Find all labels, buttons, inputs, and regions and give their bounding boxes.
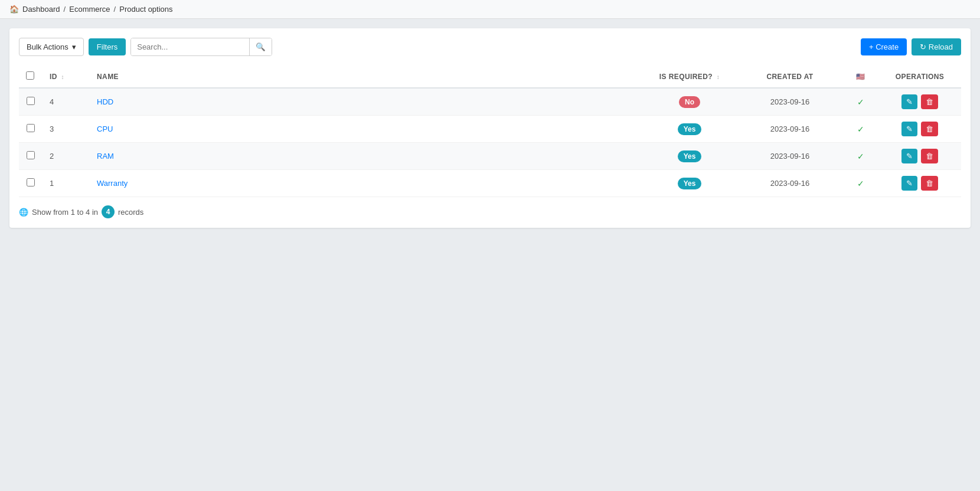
row-name-link[interactable]: HDD [97, 97, 113, 106]
row-checkbox-cell [19, 116, 43, 143]
th-id: ID ↕ [43, 66, 90, 88]
th-is-required: IS REQUIRED? ↕ [642, 66, 737, 88]
search-button[interactable]: 🔍 [249, 38, 272, 55]
row-checkbox-cell [19, 88, 43, 116]
table-row: 2 RAM Yes 2023-09-16 ✓ ✎ 🗑 [19, 143, 961, 170]
select-all-checkbox[interactable] [26, 71, 34, 80]
row-flag: ✓ [843, 143, 878, 170]
row-id: 1 [43, 170, 90, 197]
breadcrumb-ecommerce-link[interactable]: Ecommerce [69, 5, 110, 14]
flag-check-icon: ✓ [857, 179, 864, 188]
table-body: 4 HDD No 2023-09-16 ✓ ✎ 🗑 3 [19, 88, 961, 197]
breadcrumb: 🏠 Dashboard / Ecommerce / Product option… [0, 0, 980, 19]
record-count-badge: 4 [102, 205, 115, 218]
delete-button[interactable]: 🗑 [921, 149, 938, 163]
search-input[interactable] [131, 38, 249, 55]
row-is-required: Yes [642, 170, 737, 197]
row-id: 3 [43, 116, 90, 143]
required-sort-icon[interactable]: ↕ [717, 74, 720, 80]
row-created-at: 2023-09-16 [737, 143, 843, 170]
th-created-at: CREATED AT [737, 66, 843, 88]
row-name-link[interactable]: CPU [97, 125, 113, 133]
row-checkbox-cell [19, 170, 43, 197]
dropdown-arrow-icon: ▾ [72, 42, 76, 51]
required-badge: Yes [678, 123, 702, 135]
row-created-at: 2023-09-16 [737, 170, 843, 197]
edit-button[interactable]: ✎ [901, 122, 917, 136]
row-flag: ✓ [843, 116, 878, 143]
row-name-link[interactable]: Warranty [97, 179, 128, 188]
breadcrumb-sep1: / [64, 5, 66, 14]
search-icon: 🔍 [256, 42, 266, 51]
flag-check-icon: ✓ [857, 125, 864, 134]
breadcrumb-home-link[interactable]: Dashboard [22, 5, 60, 14]
main-container: Bulk Actions ▾ Filters 🔍 + Create ↻ Relo… [9, 28, 971, 228]
row-is-required: No [642, 88, 737, 116]
bulk-actions-button[interactable]: Bulk Actions ▾ [19, 38, 84, 56]
row-operations: ✎ 🗑 [878, 170, 961, 197]
filters-button[interactable]: Filters [89, 38, 126, 55]
row-is-required: Yes [642, 116, 737, 143]
product-options-table: ID ↕ NAME IS REQUIRED? ↕ CREATED AT 🇺🇸 [19, 66, 961, 197]
row-created-at: 2023-09-16 [737, 116, 843, 143]
th-operations: OPERATIONS [878, 66, 961, 88]
th-select-all[interactable] [19, 66, 43, 88]
row-operations: ✎ 🗑 [878, 143, 961, 170]
table-row: 3 CPU Yes 2023-09-16 ✓ ✎ 🗑 [19, 116, 961, 143]
required-badge: No [679, 96, 700, 108]
row-checkbox[interactable] [27, 151, 35, 159]
flag-check-icon: ✓ [857, 152, 864, 161]
table-row: 4 HDD No 2023-09-16 ✓ ✎ 🗑 [19, 88, 961, 116]
flag-check-icon: ✓ [857, 97, 864, 107]
row-operations: ✎ 🗑 [878, 88, 961, 116]
table-header: ID ↕ NAME IS REQUIRED? ↕ CREATED AT 🇺🇸 [19, 66, 961, 88]
toolbar: Bulk Actions ▾ Filters 🔍 + Create ↻ Relo… [19, 38, 961, 56]
row-checkbox[interactable] [27, 178, 35, 186]
search-wrapper: 🔍 [130, 38, 272, 56]
bulk-actions-label: Bulk Actions [27, 42, 68, 51]
row-is-required: Yes [642, 143, 737, 170]
th-flag: 🇺🇸 [843, 66, 878, 88]
required-badge: Yes [678, 150, 702, 162]
row-id: 4 [43, 88, 90, 116]
row-name-link[interactable]: RAM [97, 152, 114, 161]
table-row: 1 Warranty Yes 2023-09-16 ✓ ✎ 🗑 [19, 170, 961, 197]
delete-button[interactable]: 🗑 [921, 122, 938, 136]
row-operations: ✎ 🗑 [878, 116, 961, 143]
required-badge: Yes [678, 178, 702, 189]
row-flag: ✓ [843, 88, 878, 116]
pagination-info: 🌐 Show from 1 to 4 in 4 records [19, 205, 961, 218]
edit-button[interactable]: ✎ [901, 176, 917, 191]
edit-button[interactable]: ✎ [901, 94, 917, 109]
row-name: CPU [90, 116, 642, 143]
pagination-text-before: Show from 1 to 4 in [32, 208, 98, 217]
delete-button[interactable]: 🗑 [921, 176, 938, 191]
id-sort-icon[interactable]: ↕ [61, 74, 64, 80]
row-checkbox-cell [19, 143, 43, 170]
create-button[interactable]: + Create [861, 38, 907, 55]
reload-button[interactable]: ↻ Reload [912, 38, 961, 55]
row-id: 2 [43, 143, 90, 170]
th-name: NAME [90, 66, 642, 88]
edit-button[interactable]: ✎ [901, 149, 917, 163]
row-name: RAM [90, 143, 642, 170]
delete-button[interactable]: 🗑 [921, 94, 938, 109]
row-checkbox[interactable] [27, 97, 35, 105]
pagination-text-after: records [118, 208, 143, 217]
row-name: Warranty [90, 170, 642, 197]
home-icon: 🏠 [9, 5, 19, 14]
row-checkbox[interactable] [27, 124, 35, 132]
row-created-at: 2023-09-16 [737, 88, 843, 116]
breadcrumb-current: Product options [119, 5, 172, 14]
breadcrumb-sep2: / [114, 5, 116, 14]
row-name: HDD [90, 88, 642, 116]
globe-icon: 🌐 [19, 208, 28, 217]
row-flag: ✓ [843, 170, 878, 197]
